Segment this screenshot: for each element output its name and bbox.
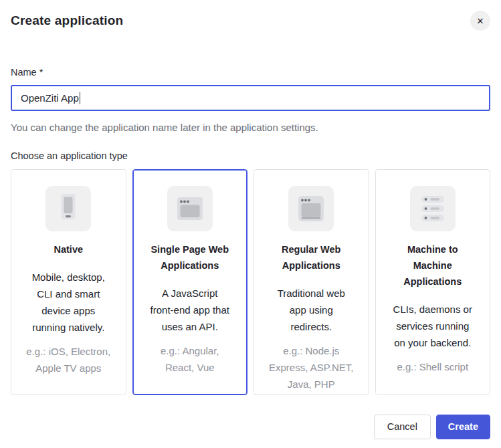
application-type-cards: Native Mobile, desktop, CLI and smart de… [11,169,490,395]
create-button[interactable]: Create [436,415,490,439]
browser-window-icon [167,186,213,231]
card-example: e.g.: Node.js Express, ASP.NET, Java, PH… [261,342,362,393]
server-stack-icon [410,186,456,231]
modal-header: Create application ✕ [11,12,490,32]
create-application-modal: Create application ✕ Name * OpenZiti App… [0,0,501,448]
close-icon: ✕ [477,17,484,25]
mobile-phone-icon [45,186,91,231]
app-type-card-native[interactable]: Native Mobile, desktop, CLI and smart de… [11,169,126,395]
card-title: Native [18,241,119,257]
card-description: Traditional web app using redirects. [261,285,362,335]
card-title: Single Page Web Applications [140,241,241,273]
application-name-input[interactable]: OpenZiti App [11,85,490,111]
card-description: CLIs, daemons or services running on you… [383,301,484,351]
name-label: Name * [11,67,490,78]
application-type-label: Choose an application type [11,150,490,162]
card-description: A JavaScript front-end app that uses an … [140,285,241,335]
modal-footer: Cancel Create [11,415,490,439]
app-type-card-regular-web[interactable]: Regular Web Applications Traditional web… [254,169,369,395]
app-type-card-spa[interactable]: Single Page Web Applications A JavaScrip… [132,169,248,395]
application-name-value: OpenZiti App [21,92,79,104]
card-title: Machine to Machine Applications [383,241,484,290]
card-example: e.g.: Shell script [383,358,484,375]
card-title: Regular Web Applications [261,241,362,273]
cancel-button[interactable]: Cancel [374,415,431,439]
app-type-card-m2m[interactable]: Machine to Machine Applications CLIs, da… [375,169,491,395]
web-app-window-icon [288,186,334,231]
text-cursor [80,92,81,104]
name-helper-text: You can change the application name late… [11,122,490,134]
card-description: Mobile, desktop, CLI and smart device ap… [18,269,119,336]
card-example: e.g.: Angular, React, Vue [140,342,241,376]
card-example: e.g.: iOS, Electron, Apple TV apps [18,343,119,376]
close-button[interactable]: ✕ [470,11,490,31]
page-title: Create application [11,12,123,29]
